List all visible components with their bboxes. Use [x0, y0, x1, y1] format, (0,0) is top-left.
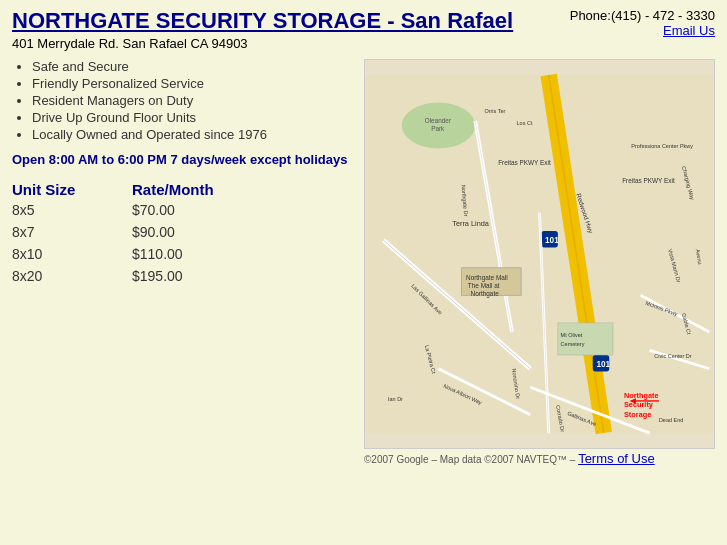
pricing-table: Unit Size Rate/Month 8x5 $70.00 8x7 $90.… — [12, 181, 352, 284]
address: 401 Merrydale Rd. San Rafael CA 94903 — [12, 36, 513, 51]
svg-text:The Mall at: The Mall at — [468, 282, 500, 289]
feature-item: Friendly Personalized Service — [32, 76, 352, 91]
svg-text:Mt Olivet: Mt Olivet — [561, 332, 583, 338]
svg-text:Security: Security — [624, 400, 654, 409]
unit-rate: $195.00 — [132, 268, 352, 284]
svg-text:Freitas PKWY Exit: Freitas PKWY Exit — [498, 159, 551, 166]
svg-text:Park: Park — [431, 125, 445, 132]
unit-size: 8x5 — [12, 202, 132, 218]
phone-number: Phone:(415) - 472 - 3330 — [570, 8, 715, 23]
unit-size: 8x20 — [12, 268, 132, 284]
svg-text:Northgate: Northgate — [624, 391, 659, 400]
svg-text:Los Ct: Los Ct — [517, 120, 533, 126]
svg-text:Northgate Mall: Northgate Mall — [466, 274, 508, 282]
site-title: NORTHGATE SECURITY STORAGE - San Rafael — [12, 8, 513, 34]
svg-text:Ian Dr: Ian Dr — [388, 396, 403, 402]
svg-text:Freitas PKWY Exit: Freitas PKWY Exit — [622, 177, 675, 184]
col-unit-header: Unit Size — [12, 181, 132, 198]
features-list: Safe and SecureFriendly Personalized Ser… — [12, 59, 352, 142]
feature-item: Resident Managers on Duty — [32, 93, 352, 108]
unit-rate: $90.00 — [132, 224, 352, 240]
map: Oleander Park Redwood Hwy Las Gallinas A… — [364, 59, 715, 449]
svg-text:Storage: Storage — [624, 410, 651, 419]
svg-text:Northgate: Northgate — [471, 290, 500, 298]
pricing-row: 8x7 $90.00 — [12, 224, 352, 240]
pricing-row: 8x10 $110.00 — [12, 246, 352, 262]
unit-rate: $70.00 — [132, 202, 352, 218]
svg-text:Dead End: Dead End — [659, 417, 683, 423]
terms-link[interactable]: Terms of Use — [578, 451, 655, 466]
unit-size: 8x10 — [12, 246, 132, 262]
unit-rate: $110.00 — [132, 246, 352, 262]
feature-item: Drive Up Ground Floor Units — [32, 110, 352, 125]
svg-text:Orris Ter: Orris Ter — [484, 108, 505, 114]
hours-text: Open 8:00 AM to 6:00 PM 7 days/week exce… — [12, 152, 352, 167]
unit-size: 8x7 — [12, 224, 132, 240]
svg-text:Civic Center Dr: Civic Center Dr — [654, 353, 691, 359]
svg-text:Oleander: Oleander — [425, 117, 452, 124]
svg-text:Cemetery: Cemetery — [561, 341, 585, 347]
email-link[interactable]: Email Us — [570, 23, 715, 38]
pricing-row: 8x20 $195.00 — [12, 268, 352, 284]
svg-text:Terra Linda: Terra Linda — [452, 219, 490, 228]
svg-text:101: 101 — [545, 236, 559, 245]
pricing-row: 8x5 $70.00 — [12, 202, 352, 218]
svg-text:101: 101 — [596, 360, 610, 369]
svg-rect-21 — [558, 323, 613, 355]
map-footer: ©2007 Google – Map data ©2007 NAVTEQ™ – … — [364, 451, 715, 466]
feature-item: Safe and Secure — [32, 59, 352, 74]
svg-text:Professiona Center Pkwy: Professiona Center Pkwy — [631, 143, 693, 149]
feature-item: Locally Owned and Operated since 1976 — [32, 127, 352, 142]
col-rate-header: Rate/Month — [132, 181, 352, 198]
